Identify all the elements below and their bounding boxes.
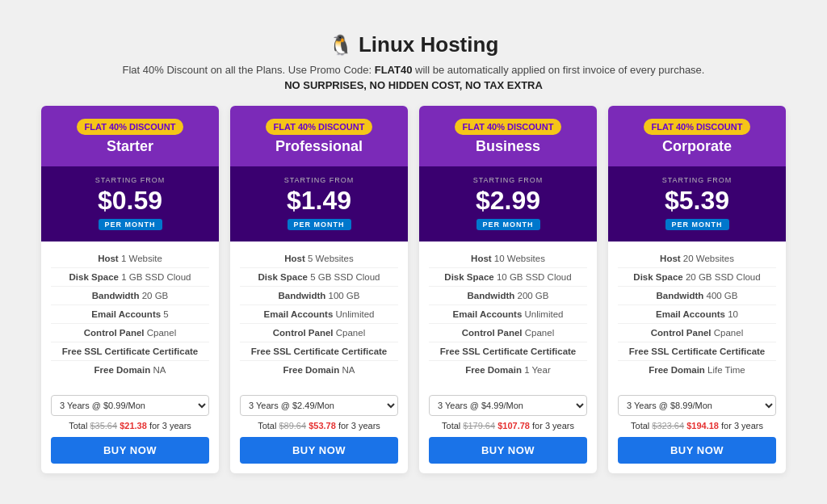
starting-from-label: STARTING FROM xyxy=(427,176,589,184)
plan-name: Corporate xyxy=(662,138,732,155)
card-pricing: STARTING FROM $0.59 PER MONTH xyxy=(41,166,219,242)
feature-ssl: Free SSL Certificate Certificate xyxy=(618,342,776,361)
discounted-price: $194.18 xyxy=(686,421,719,430)
plan-card-starter: FLAT 40% DISCOUNT Starter STARTING FROM … xyxy=(41,106,219,473)
discounted-price: $107.78 xyxy=(497,421,530,430)
per-month-badge: PER MONTH xyxy=(99,219,162,230)
total-label: Total xyxy=(442,421,463,430)
promo-text: Flat 40% Discount on all the Plans. Use … xyxy=(40,64,787,76)
discount-badge: FLAT 40% DISCOUNT xyxy=(77,119,184,135)
plan-duration-select[interactable]: 3 Years @ $0.99/Mon xyxy=(51,395,209,416)
starting-from-label: STARTING FROM xyxy=(49,176,211,184)
feature-row: Email Accounts 10 xyxy=(618,305,776,324)
feature-row: Control Panel Cpanel xyxy=(51,324,209,342)
card-footer: 3 Years @ $0.99/Mon Total $35.64 $21.38 … xyxy=(41,387,219,473)
per-month-badge: PER MONTH xyxy=(288,219,351,230)
feature-row: Host 10 Websites xyxy=(429,250,587,268)
card-pricing: STARTING FROM $5.39 PER MONTH xyxy=(608,166,786,242)
feature-row: Disk Space 5 GB SSD Cloud xyxy=(240,268,398,287)
plan-price: $5.39 xyxy=(616,186,778,216)
page-title: 🐧 Linux Hosting xyxy=(40,32,787,57)
feature-row: Email Accounts Unlimited xyxy=(240,305,398,324)
years-label: for 3 years xyxy=(721,421,763,430)
feature-row: Bandwidth 100 GB xyxy=(240,287,398,305)
plan-duration-select[interactable]: 3 Years @ $4.99/Mon xyxy=(429,395,587,416)
feature-ssl: Free SSL Certificate Certificate xyxy=(429,342,587,361)
years-label: for 3 years xyxy=(532,421,574,430)
starting-from-label: STARTING FROM xyxy=(616,176,778,184)
discount-badge: FLAT 40% DISCOUNT xyxy=(266,119,373,135)
feature-row: Disk Space 1 GB SSD Cloud xyxy=(51,268,209,287)
feature-row: Bandwidth 20 GB xyxy=(51,287,209,305)
buy-now-button[interactable]: BUY NOW xyxy=(51,437,209,464)
card-pricing: STARTING FROM $1.49 PER MONTH xyxy=(230,166,408,242)
years-label: for 3 years xyxy=(338,421,380,430)
card-header: FLAT 40% DISCOUNT Corporate xyxy=(608,106,786,166)
buy-now-button[interactable]: BUY NOW xyxy=(429,437,587,464)
feature-row: Host 20 Websites xyxy=(618,250,776,268)
plan-duration-select[interactable]: 3 Years @ $2.49/Mon xyxy=(240,395,398,416)
buy-now-button[interactable]: BUY NOW xyxy=(618,437,776,464)
features-list: Host 1 Website Disk Space 1 GB SSD Cloud… xyxy=(41,242,219,387)
discounted-price: $21.38 xyxy=(120,421,147,430)
features-list: Host 10 Websites Disk Space 10 GB SSD Cl… xyxy=(419,242,597,387)
features-list: Host 20 Websites Disk Space 20 GB SSD Cl… xyxy=(608,242,786,387)
discount-badge: FLAT 40% DISCOUNT xyxy=(455,119,562,135)
feature-row: Disk Space 20 GB SSD Cloud xyxy=(618,268,776,287)
plan-price: $0.59 xyxy=(49,186,211,216)
feature-row: Control Panel Cpanel xyxy=(618,324,776,342)
card-header: FLAT 40% DISCOUNT Professional xyxy=(230,106,408,166)
total-label: Total xyxy=(258,421,279,430)
plan-card-corporate: FLAT 40% DISCOUNT Corporate STARTING FRO… xyxy=(608,106,786,473)
card-header: FLAT 40% DISCOUNT Starter xyxy=(41,106,219,166)
feature-row: Bandwidth 400 GB xyxy=(618,287,776,305)
promo-code: FLAT40 xyxy=(375,64,413,76)
features-list: Host 5 Websites Disk Space 5 GB SSD Clou… xyxy=(230,242,408,387)
total-label: Total xyxy=(69,421,90,430)
plan-name: Starter xyxy=(107,138,153,155)
feature-row: Free Domain Life Time xyxy=(618,361,776,379)
feature-row: Email Accounts 5 xyxy=(51,305,209,324)
total-label: Total xyxy=(631,421,652,430)
card-header: FLAT 40% DISCOUNT Business xyxy=(419,106,597,166)
card-footer: 3 Years @ $8.99/Mon Total $323.64 $194.1… xyxy=(608,387,786,473)
years-label: for 3 years xyxy=(149,421,191,430)
buy-now-button[interactable]: BUY NOW xyxy=(240,437,398,464)
card-footer: 3 Years @ $2.49/Mon Total $89.64 $53.78 … xyxy=(230,387,408,473)
feature-row: Bandwidth 200 GB xyxy=(429,287,587,305)
feature-row: Email Accounts Unlimited xyxy=(429,305,587,324)
feature-row: Control Panel Cpanel xyxy=(240,324,398,342)
feature-row: Host 1 Website xyxy=(51,250,209,268)
page-wrapper: 🐧 Linux Hosting Flat 40% Discount on all… xyxy=(16,16,811,504)
feature-row: Free Domain NA xyxy=(51,361,209,379)
per-month-badge: PER MONTH xyxy=(476,219,540,230)
feature-row: Control Panel Cpanel xyxy=(429,324,587,342)
pricing-cards: FLAT 40% DISCOUNT Starter STARTING FROM … xyxy=(40,106,787,473)
card-footer: 3 Years @ $4.99/Mon Total $179.64 $107.7… xyxy=(419,387,597,473)
per-month-badge: PER MONTH xyxy=(665,219,729,230)
feature-row: Free Domain NA xyxy=(240,361,398,379)
plan-duration-select[interactable]: 3 Years @ $8.99/Mon xyxy=(618,395,776,416)
plan-price: $2.99 xyxy=(427,186,589,216)
feature-row: Disk Space 10 GB SSD Cloud xyxy=(429,268,587,287)
feature-ssl: Free SSL Certificate Certificate xyxy=(240,342,398,361)
original-price: $89.64 xyxy=(279,421,306,430)
feature-ssl: Free SSL Certificate Certificate xyxy=(51,342,209,361)
total-text: Total $323.64 $194.18 for 3 years xyxy=(618,421,776,430)
linux-icon: 🐧 xyxy=(329,34,353,56)
plan-name: Professional xyxy=(275,138,363,155)
discounted-price: $53.78 xyxy=(309,421,336,430)
plan-card-business: FLAT 40% DISCOUNT Business STARTING FROM… xyxy=(419,106,597,473)
feature-row: Host 5 Websites xyxy=(240,250,398,268)
plan-price: $1.49 xyxy=(238,186,400,216)
plan-name: Business xyxy=(476,138,540,155)
original-price: $179.64 xyxy=(463,421,495,430)
total-text: Total $179.64 $107.78 for 3 years xyxy=(429,421,587,430)
card-pricing: STARTING FROM $2.99 PER MONTH xyxy=(419,166,597,242)
original-price: $35.64 xyxy=(90,421,117,430)
no-surprise-text: NO SURPRISES, NO HIDDEN COST, NO TAX EXT… xyxy=(40,79,787,91)
plan-card-professional: FLAT 40% DISCOUNT Professional STARTING … xyxy=(230,106,408,473)
starting-from-label: STARTING FROM xyxy=(238,176,400,184)
total-text: Total $89.64 $53.78 for 3 years xyxy=(240,421,398,430)
original-price: $323.64 xyxy=(652,421,684,430)
